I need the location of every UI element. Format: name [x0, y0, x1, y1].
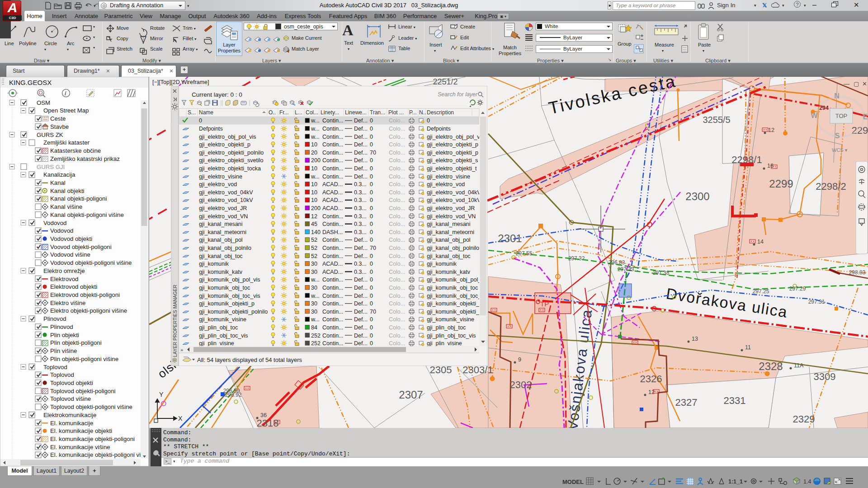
- svg-text:2251/2: 2251/2: [433, 77, 458, 86]
- svg-text:Contin...: Contin...: [322, 221, 344, 227]
- svg-text:gji_komunik_obj_toc_vis: gji_komunik_obj_toc_vis: [199, 293, 260, 299]
- svg-text:w...: w...: [311, 277, 320, 283]
- svg-text:Name: Name: [199, 109, 213, 116]
- svg-text:KING.GEOSX: KING.GEOSX: [9, 79, 52, 86]
- svg-text:»: »: [180, 347, 183, 352]
- svg-text:Linety...: Linety...: [321, 109, 339, 116]
- svg-text:Def...: Def...: [354, 237, 368, 243]
- svg-text:9: 9: [518, 357, 521, 363]
- svg-text:gji_komunik_visine: gji_komunik_visine: [199, 316, 246, 323]
- svg-text:gji_komunik_objekti_p: gji_komunik_objekti_p: [199, 300, 255, 307]
- svg-text:gji_komunik_obj_toc: gji_komunik_obj_toc: [427, 285, 478, 291]
- svg-text:El. komunikacije objekti-polig: El. komunikacije objekti-poligoni: [50, 436, 135, 442]
- svg-text:52: 52: [311, 253, 317, 259]
- svg-text:Kanal objekti-poligoni višine: Kanal objekti-poligoni višine: [50, 211, 124, 218]
- svg-text:10: 10: [311, 197, 317, 203]
- svg-text:140: 140: [311, 229, 321, 235]
- svg-text:Vodovod objekti: Vodovod objekti: [50, 235, 92, 242]
- svg-text:0: 0: [370, 117, 373, 124]
- svg-text:gji_plin_visine: gji_plin_visine: [199, 340, 234, 347]
- svg-text:gji_komunik_obj_toc_v: gji_komunik_obj_toc_v: [427, 293, 484, 299]
- svg-text:ACAD...: ACAD...: [322, 189, 343, 196]
- svg-text:Contin...: Contin...: [322, 174, 344, 180]
- svg-text:200: 200: [311, 157, 321, 164]
- svg-text:ACAD...: ACAD...: [322, 205, 343, 211]
- svg-text:Colo...: Colo...: [389, 141, 405, 148]
- svg-text:12: 12: [311, 213, 317, 220]
- svg-text:30: 30: [311, 309, 317, 315]
- svg-text:Fr...: Fr...: [279, 109, 289, 116]
- svg-text:70: 70: [370, 150, 376, 156]
- svg-text:Contin...: Contin...: [322, 309, 344, 315]
- svg-text:Def...: Def...: [354, 117, 368, 124]
- svg-text:0: 0: [370, 157, 373, 164]
- svg-text:Colo...: Colo...: [389, 150, 405, 156]
- svg-text:gji_komunik_obj_toc: gji_komunik_obj_toc: [199, 285, 250, 291]
- svg-text:Colo...: Colo...: [389, 269, 405, 275]
- svg-text:N: N: [834, 92, 840, 100]
- svg-text:Contin...: Contin...: [322, 340, 344, 347]
- svg-text:Colo...: Colo...: [389, 333, 405, 339]
- svg-text:Def...: Def...: [354, 245, 368, 251]
- svg-text:Def...: Def...: [354, 277, 368, 283]
- svg-text:0.3...: 0.3...: [354, 269, 367, 275]
- svg-text:gji_komunik_katv: gji_komunik_katv: [199, 269, 243, 275]
- svg-text:0: 0: [427, 117, 430, 124]
- svg-text:10: 10: [311, 181, 317, 188]
- svg-text:Kanal objekti-poligoni: Kanal objekti-poligoni: [50, 195, 107, 202]
- svg-text:El. komunikacije objekti: El. komunikacije objekti: [50, 427, 112, 434]
- svg-text:Def...: Def...: [354, 340, 368, 347]
- svg-text:0: 0: [370, 126, 373, 132]
- svg-text:2307: 2307: [399, 389, 423, 401]
- svg-text:Toplovod objekti-poligoni: Toplovod objekti-poligoni: [50, 388, 115, 394]
- svg-text:gji_kanal_obj_polnilo: gji_kanal_obj_polnilo: [199, 245, 251, 251]
- svg-text:Def...: Def...: [354, 300, 368, 307]
- svg-text:gji_plin_obj_toc_vis: gji_plin_obj_toc_vis: [427, 333, 476, 339]
- svg-text:Colo...: Colo...: [389, 189, 405, 196]
- svg-text:ACAD...: ACAD...: [322, 181, 343, 188]
- svg-text:Elektrovod: Elektrovod: [50, 276, 78, 282]
- svg-text:Toplovod objekti: Toplovod objekti: [50, 380, 93, 386]
- svg-text:Vodovod: Vodovod: [43, 220, 66, 226]
- svg-text:Def...: Def...: [354, 134, 368, 140]
- svg-text:2327: 2327: [675, 397, 698, 408]
- svg-text:gji_elektro_vod: gji_elektro_vod: [199, 181, 237, 188]
- svg-text:3255/5: 3255/5: [703, 115, 730, 125]
- svg-text:X: X: [178, 415, 183, 422]
- svg-text:gji_komunik_objekti_p: gji_komunik_objekti_p: [427, 300, 482, 307]
- svg-text:296.92: 296.92: [225, 392, 242, 398]
- svg-text:Zemljiški kataster: Zemljiški kataster: [43, 139, 90, 146]
- svg-text:Colo...: Colo...: [389, 340, 405, 347]
- svg-text:45: 45: [311, 221, 317, 227]
- svg-text:gji_elektro_objekti_svetilo: gji_elektro_objekti_svetilo: [199, 157, 263, 164]
- svg-text:0: 0: [370, 165, 373, 172]
- svg-text:Colo...: Colo...: [389, 300, 405, 307]
- svg-text:70: 70: [370, 245, 376, 251]
- svg-text:Contin...: Contin...: [322, 213, 344, 220]
- svg-text:L...: L...: [295, 109, 302, 116]
- svg-text:gji_komunik_objekti_p: gji_komunik_objekti_p: [427, 309, 482, 315]
- svg-text:[−][Top][2D Wireframe]: [−][Top][2D Wireframe]: [152, 79, 209, 85]
- svg-text:gji_kanal_obj_toc: gji_kanal_obj_toc: [199, 253, 243, 259]
- svg-text:Vodovod objekti-poligoni višin: Vodovod objekti-poligoni višine: [50, 259, 132, 266]
- svg-text:Colo...: Colo...: [389, 221, 405, 227]
- svg-text:2329: 2329: [793, 413, 815, 425]
- svg-text:0: 0: [370, 134, 373, 140]
- svg-text:gji_elektro_objekti_t: gji_elektro_objekti_t: [427, 165, 477, 172]
- svg-text:gji_elektro_objekti_p: gji_elektro_objekti_p: [427, 150, 478, 156]
- svg-text:Tran...: Tran...: [370, 109, 385, 116]
- svg-text:30: 30: [311, 300, 317, 307]
- svg-text:Stavbe: Stavbe: [50, 123, 69, 130]
- svg-text:252: 252: [311, 333, 321, 339]
- svg-text:Plinovod: Plinovod: [43, 315, 66, 322]
- svg-text:10: 10: [311, 165, 317, 172]
- svg-text:0: 0: [370, 277, 373, 283]
- svg-text:gji_elektro_obj_pol_vis: gji_elektro_obj_pol_vis: [199, 134, 256, 140]
- svg-text:Colo...: Colo...: [389, 181, 405, 188]
- svg-text:gji_elektro_objekti_s: gji_elektro_objekti_s: [427, 157, 478, 164]
- svg-text:Open Street Map: Open Street Map: [43, 107, 89, 114]
- svg-text:Colo...: Colo...: [389, 309, 405, 315]
- svg-text:Def...: Def...: [354, 157, 368, 164]
- svg-text:3309: 3309: [814, 371, 836, 382]
- svg-text:Contin...: Contin...: [322, 150, 344, 156]
